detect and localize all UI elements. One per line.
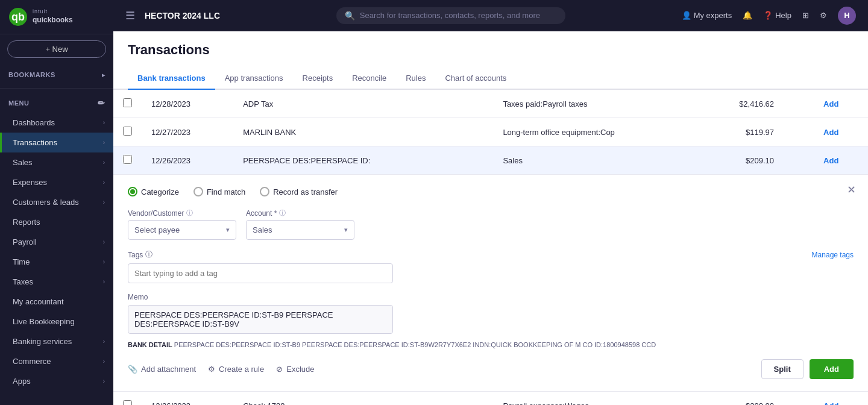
sidebar-item-dashboards[interactable]: Dashboards › — [0, 113, 113, 133]
add-attachment-button[interactable]: 📎 Add attachment — [128, 365, 196, 374]
svg-text:qb: qb — [11, 11, 25, 23]
memo-value: PEERSPACE DES:PEERSPACE ID:ST-B9 PEERSPA… — [128, 305, 393, 334]
categorize-radio[interactable] — [128, 187, 137, 196]
vendor-select[interactable]: Select payee ▾ — [128, 220, 236, 240]
create-rule-button[interactable]: ⚙ Create a rule — [208, 365, 264, 374]
transaction-account: Sales — [493, 146, 699, 175]
sidebar-item-expenses[interactable]: Expenses › — [0, 172, 113, 192]
chevron-right-icon: › — [103, 139, 105, 146]
tags-input[interactable] — [128, 263, 393, 283]
sidebar-item-live-bookkeeping[interactable]: Live Bookkeeping — [0, 312, 113, 331]
sidebar-item-reports[interactable]: Reports — [0, 212, 113, 232]
action-row: 📎 Add attachment ⚙ Create a rule ⊘ — [128, 359, 854, 379]
sidebar-item-apps[interactable]: Apps › — [0, 371, 113, 391]
menu-section: MENU ✏ Dashboards › Transactions › Sales… — [0, 91, 113, 394]
bookmarks-section: BOOKMARKS ▸ — [0, 64, 113, 86]
add-transaction-button[interactable]: Add — [823, 99, 838, 108]
record-as-transfer-option[interactable]: Record as transfer — [260, 187, 338, 196]
add-transaction-button[interactable]: Add — [823, 401, 838, 406]
sidebar-item-time[interactable]: Time › — [0, 252, 113, 272]
transaction-account: Long-term office equipment:Cop — [493, 118, 699, 146]
tab-app-transactions[interactable]: App transactions — [215, 68, 293, 90]
hamburger-icon[interactable]: ☰ — [125, 9, 135, 22]
transaction-amount: $209.10 — [699, 146, 784, 175]
logo-area: qb intuit quickbooks — [0, 0, 113, 34]
primary-actions: Split Add — [761, 359, 854, 379]
categorize-option[interactable]: Categorize — [128, 187, 179, 196]
tab-bank-transactions[interactable]: Bank transactions — [128, 68, 215, 90]
add-transaction-button[interactable]: Add — [823, 156, 838, 165]
new-button[interactable]: + New — [7, 40, 106, 58]
settings-icon[interactable]: ⚙ — [820, 11, 827, 20]
transaction-amount: $119.97 — [699, 118, 784, 146]
transaction-date: 12/26/2023 — [142, 392, 233, 406]
tags-label: Tags ⓘ — [128, 250, 153, 260]
top-left: ☰ HECTOR 2024 LLC — [125, 9, 220, 22]
sidebar-item-banking-services[interactable]: Banking services › — [0, 331, 113, 351]
my-experts-button[interactable]: 👤 My experts — [682, 11, 732, 20]
transaction-account: Payroll expenses:Wages — [493, 392, 699, 406]
transactions-table: 12/28/2023 ADP Tax Taxes paid:Payroll ta… — [113, 90, 868, 405]
exclude-button[interactable]: ⊘ Exclude — [276, 365, 314, 374]
sidebar-item-sales[interactable]: Sales › — [0, 152, 113, 172]
sidebar-item-commerce[interactable]: Commerce › — [0, 351, 113, 371]
chevron-right-icon: › — [103, 259, 105, 265]
account-select[interactable]: Sales ▾ — [246, 220, 354, 240]
company-name: HECTOR 2024 LLC — [145, 11, 220, 20]
sidebar-item-transactions[interactable]: Transactions › — [0, 133, 113, 152]
transactions-table-container: 12/28/2023 ADP Tax Taxes paid:Payroll ta… — [113, 90, 868, 405]
account-group: Account * ⓘ Sales ▾ — [246, 209, 354, 240]
tab-chart-of-accounts[interactable]: Chart of accounts — [435, 68, 516, 90]
transaction-date: 12/26/2023 — [142, 146, 233, 175]
help-button[interactable]: ❓ Help — [763, 11, 791, 20]
transaction-category — [463, 146, 493, 175]
row-checkbox[interactable] — [123, 400, 132, 405]
tab-reconcile[interactable]: Reconcile — [342, 68, 396, 90]
account-info-icon: ⓘ — [279, 209, 286, 218]
memo-label: Memo — [128, 293, 854, 301]
tags-section: Tags ⓘ Manage tags — [128, 250, 854, 283]
top-bar: ☰ HECTOR 2024 LLC 🔍 👤 My experts 🔔 ❓ Hel… — [113, 0, 868, 31]
find-match-option[interactable]: Find match — [193, 187, 245, 196]
bank-detail: BANK DETAIL PEERSPACE DES:PEERSPACE ID:S… — [128, 341, 854, 348]
grid-icon[interactable]: ⊞ — [802, 11, 809, 20]
table-row: 12/27/2023 MARLIN BANK Long-term office … — [113, 118, 868, 146]
notifications-icon[interactable]: 🔔 — [743, 11, 752, 20]
avatar[interactable]: H — [838, 7, 856, 25]
row-checkbox[interactable] — [123, 98, 132, 107]
chevron-right-icon: › — [103, 278, 105, 285]
bookmarks-header[interactable]: BOOKMARKS ▸ — [0, 66, 113, 83]
search-icon: 🔍 — [345, 11, 355, 20]
sidebar: qb intuit quickbooks + New BOOKMARKS ▸ M… — [0, 0, 113, 405]
add-green-button[interactable]: Add — [810, 359, 854, 379]
manage-tags-link[interactable]: Manage tags — [812, 251, 854, 259]
table-row: 12/26/2023 Check 1788 Payroll expenses:W… — [113, 392, 868, 406]
sidebar-item-my-accountant[interactable]: My accountant — [0, 292, 113, 312]
row-checkbox[interactable] — [123, 155, 132, 164]
sidebar-item-taxes[interactable]: Taxes › — [0, 272, 113, 292]
table-row: 12/28/2023 ADP Tax Taxes paid:Payroll ta… — [113, 90, 868, 118]
vendor-label: Vendor/Customer ⓘ — [128, 209, 236, 218]
search-input[interactable] — [360, 11, 557, 20]
menu-edit-icon[interactable]: ✏ — [98, 98, 105, 108]
sidebar-item-customers-leads[interactable]: Customers & leads › — [0, 192, 113, 212]
attachment-icon: 📎 — [128, 365, 137, 374]
menu-header[interactable]: MENU ✏ — [0, 93, 113, 113]
tab-rules[interactable]: Rules — [396, 68, 435, 90]
account-chevron-icon: ▾ — [344, 226, 348, 234]
record-as-transfer-radio[interactable] — [260, 187, 269, 196]
row-checkbox[interactable] — [123, 127, 132, 136]
close-expanded-button[interactable]: ✕ — [847, 183, 856, 196]
logo-text: intuit quickbooks — [33, 8, 73, 25]
page-content: Transactions Bank transactions App trans… — [113, 31, 868, 405]
tab-receipts[interactable]: Receipts — [293, 68, 343, 90]
exclude-icon: ⊘ — [276, 365, 283, 374]
split-button[interactable]: Split — [761, 359, 804, 379]
radio-group: Categorize Find match Record as transfer — [128, 187, 854, 196]
person-icon: 👤 — [682, 11, 691, 20]
search-bar[interactable]: 🔍 — [336, 7, 565, 24]
add-transaction-button[interactable]: Add — [823, 128, 838, 137]
memo-section: Memo PEERSPACE DES:PEERSPACE ID:ST-B9 PE… — [128, 293, 854, 334]
sidebar-item-payroll[interactable]: Payroll › — [0, 232, 113, 252]
find-match-radio[interactable] — [193, 187, 203, 196]
